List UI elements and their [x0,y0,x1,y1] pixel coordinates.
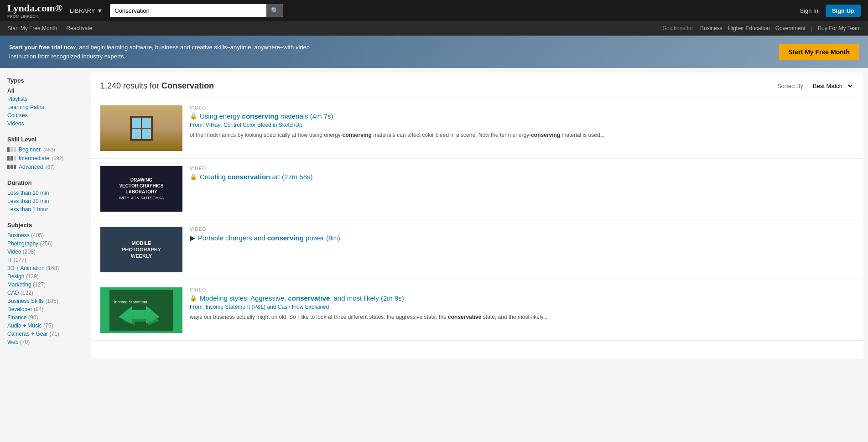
government-link[interactable]: Government [775,25,806,31]
filter-videos[interactable]: Videos [7,120,84,127]
title-text: Modeling styles: Aggressive, conservativ… [200,294,404,302]
thumb-text: MOBILEPHOTOGRAPHYWEEKLY [118,236,165,263]
library-button[interactable]: LIBRARY ▼ [70,7,103,14]
duration-10min[interactable]: Less than 10 min [7,190,84,196]
start-free-month-link[interactable]: Start My Free Month [7,25,57,31]
result-thumbnail[interactable] [100,105,182,151]
subject-3d-animation[interactable]: 3D + Animation (168) [7,265,84,271]
advanced-bar [7,165,16,169]
duration-30min[interactable]: Less than 30 min [7,198,84,204]
skill-level-title: Skill Level [7,136,84,143]
subject-it[interactable]: IT (177) [7,257,84,263]
results-area: 1,240 results for Conservation Sorted By… [91,73,863,359]
subject-business[interactable]: Business (405) [7,232,84,239]
sign-up-button[interactable]: Sign Up [826,5,861,17]
filter-learning-paths[interactable]: Learning Paths [7,104,84,110]
sign-in-button[interactable]: Sign In [800,7,818,14]
beginner-filter[interactable]: Beginner (483) [7,146,84,153]
banner-text: Start your free trial now, and begin lea… [9,43,328,61]
result-title[interactable]: 🔒 Using energy conserving materials (4m … [190,112,854,120]
solutions-nav: Solutions for: Business Higher Education… [663,25,861,32]
bar-seg-3 [14,165,16,169]
start-free-month-button[interactable]: Start My Free Month [779,44,859,60]
title-text: Using energy conserving materials (4m 7s… [200,112,333,120]
subject-developer[interactable]: Developer (94) [7,306,84,312]
types-title: Types [7,77,84,84]
subject-finance[interactable]: Finance (90) [7,314,84,321]
lock-icon: 🔒 [190,173,197,180]
duration-title: Duration [7,179,84,186]
results-header: 1,240 results for Conservation Sorted By… [91,73,863,98]
result-title[interactable]: 🔒 Creating conservation art (27m 58s) [190,173,854,181]
sort-select[interactable]: Best Match Newest Oldest [807,80,854,92]
bar-seg-2 [10,147,13,152]
result-title[interactable]: ▶ Portable chargers and conserving power… [190,234,854,242]
result-type: VIDEO [190,166,854,171]
title-text: Portable chargers and conserving power (… [198,234,340,242]
results-query: Conservation [161,81,214,90]
higher-education-link[interactable]: Higher Education [728,25,770,31]
thumb-room [100,105,182,151]
subject-cad[interactable]: CAD (122) [7,290,84,296]
result-info: VIDEO 🔒 Using energy conserving material… [190,105,854,139]
skill-level-filter: Skill Level Beginner (483) Intermediate … [7,136,84,170]
subject-photography[interactable]: Photography (256) [7,240,84,247]
subject-marketing[interactable]: Marketing (127) [7,281,84,288]
intermediate-bar [7,156,16,161]
subject-audio-music[interactable]: Audio + Music (75) [7,322,84,329]
results-count: 1,240 results for Conservation [100,81,214,91]
result-description: of thermodynamics by looking specificall… [190,131,854,139]
subjects-title: Subjects [7,222,84,229]
result-thumbnail[interactable]: MOBILEPHOTOGRAPHYWEEKLY [100,227,182,272]
logo-sub: FROM LINKEDIN [7,14,62,19]
result-thumbnail[interactable]: Income Statement [100,287,182,333]
advanced-label[interactable]: Advanced [19,164,43,170]
thumb-text: DRAWINGVECTOR GRAPHICSLABORATORYWITH VON… [115,173,168,205]
filter-playlists[interactable]: Playlists [7,96,84,102]
top-navigation: Lynda.com® FROM LINKEDIN LIBRARY ▼ 🔍 Sig… [0,0,868,21]
search-input[interactable] [110,5,266,17]
subject-web[interactable]: Web (70) [7,339,84,345]
result-type: VIDEO [190,105,854,110]
thumb-svg: Income Statement [109,290,173,331]
result-thumbnail[interactable]: DRAWINGVECTOR GRAPHICSLABORATORYWITH VON… [100,166,182,212]
table-row: VIDEO 🔒 Using energy conserving material… [91,98,863,159]
advanced-count: (67) [46,164,55,170]
business-solution-link[interactable]: Business [700,25,722,31]
types-filter: Types All Playlists Learning Paths Cours… [7,77,84,127]
reactivate-link[interactable]: Reactivate [66,25,92,31]
sidebar-filters: Types All Playlists Learning Paths Cours… [0,68,91,364]
subject-cameras-gear[interactable]: Cameras + Gear (71) [7,331,84,337]
search-bar: 🔍 [110,4,283,17]
bar-seg-2 [10,165,13,169]
sub-navigation: Start My Free Month Reactivate Solutions… [0,21,868,36]
search-button[interactable]: 🔍 [266,4,283,17]
subject-business-skills[interactable]: Business Skills (105) [7,298,84,304]
result-description: ways our business actually might unfold.… [190,313,854,321]
intermediate-label[interactable]: Intermediate [19,155,49,161]
intermediate-filter[interactable]: Intermediate (692) [7,155,84,161]
lock-icon: 🔒 [190,295,197,302]
logo[interactable]: Lynda.com® FROM LINKEDIN [7,2,62,19]
subject-design[interactable]: Design (139) [7,273,84,280]
advanced-filter[interactable]: Advanced (67) [7,164,84,170]
result-source[interactable]: From: V-Ray: Control Color Bleed in Sket… [190,122,854,128]
bar-seg-3 [14,156,16,161]
filter-all[interactable]: All [7,88,84,94]
intermediate-count: (692) [52,156,64,161]
buy-for-team-link[interactable]: Buy For My Team [818,25,861,31]
table-row: MOBILEPHOTOGRAPHYWEEKLY VIDEO ▶ Portable… [91,219,863,280]
bar-seg-2 [10,156,13,161]
beginner-label[interactable]: Beginner [19,146,41,153]
filter-courses[interactable]: Courses [7,112,84,119]
result-source[interactable]: From: Income Statement (P&L) and Cash Fl… [190,304,854,310]
divider: | [811,25,812,32]
banner-bold-text: Start your free trial now [9,44,76,51]
duration-1hour[interactable]: Less than 1 hour [7,206,84,213]
main-container: Types All Playlists Learning Paths Cours… [0,68,868,364]
sort-label: Sorted By [777,83,803,89]
results-count-text: 1,240 results for [100,81,159,90]
subject-video[interactable]: Video (208) [7,249,84,255]
result-title[interactable]: 🔒 Modeling styles: Aggressive, conservat… [190,294,854,302]
lock-icon: 🔒 [190,113,197,120]
